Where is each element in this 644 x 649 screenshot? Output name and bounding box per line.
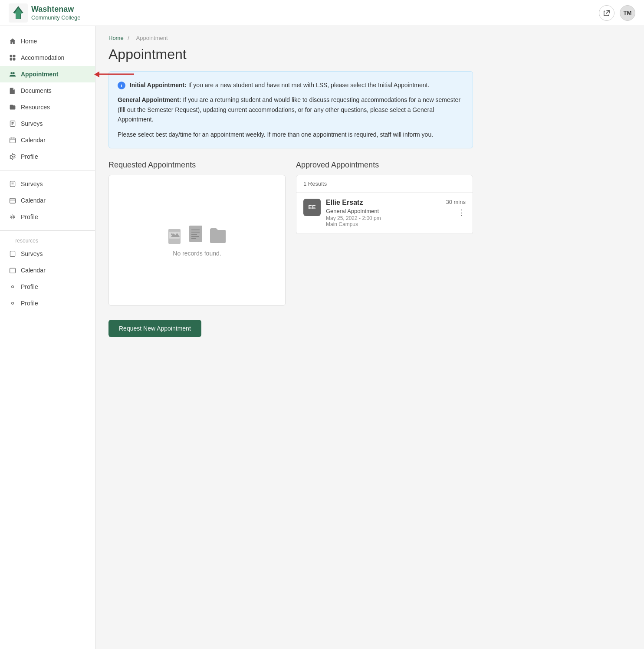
sidebar-divider-2 bbox=[0, 230, 95, 231]
appointment-name: Ellie Ersatz bbox=[326, 199, 440, 206]
home-icon bbox=[9, 37, 16, 45]
sidebar-item-calendar2[interactable]: Calendar bbox=[0, 192, 95, 209]
svg-rect-5 bbox=[10, 58, 13, 61]
approved-appointments-section: Approved Appointments 1 Results EE Ellie… bbox=[296, 161, 473, 306]
text-doc-icon bbox=[188, 224, 207, 245]
resources-icon bbox=[9, 103, 16, 111]
calendar2-icon bbox=[9, 197, 16, 204]
svg-point-28 bbox=[12, 302, 14, 305]
sidebar-item-surveys3[interactable]: Surveys bbox=[0, 246, 95, 262]
sidebar: Home Accommodation Appointment Do bbox=[0, 26, 95, 649]
svg-point-17 bbox=[12, 156, 13, 157]
surveys3-icon bbox=[9, 250, 16, 258]
sidebar-item-profile3[interactable]: Profile bbox=[0, 279, 95, 295]
sidebar-item-calendar[interactable]: Calendar bbox=[0, 132, 95, 148]
appointments-grid: Requested Appointments bbox=[108, 161, 473, 306]
approved-panel: 1 Results EE Ellie Ersatz General Appoin… bbox=[296, 175, 473, 234]
svg-point-27 bbox=[12, 286, 14, 288]
svg-point-24 bbox=[10, 215, 15, 219]
sidebar-label-appointment: Appointment bbox=[21, 71, 58, 78]
info-initial-bold: Initial Appointment: bbox=[130, 82, 187, 88]
info-initial-rest: If you are a new student and have not me… bbox=[188, 82, 430, 88]
page-title: Appointment bbox=[108, 46, 473, 62]
sidebar-item-accommodation[interactable]: Accommodation bbox=[0, 49, 95, 66]
folder-icon bbox=[209, 226, 227, 245]
sidebar-label-profile3: Profile bbox=[21, 283, 38, 290]
sidebar-item-surveys[interactable]: Surveys bbox=[0, 115, 95, 132]
svg-point-7 bbox=[10, 72, 13, 74]
navbar-right: TM bbox=[599, 5, 635, 21]
more-options-button[interactable]: ⋮ bbox=[458, 209, 466, 216]
sidebar-label-resources: Resources bbox=[21, 104, 50, 111]
profile2-gear-icon bbox=[9, 213, 16, 221]
sidebar-label-surveys2: Surveys bbox=[21, 180, 43, 187]
requested-panel: No records found. bbox=[108, 175, 286, 306]
svg-rect-6 bbox=[13, 58, 16, 61]
logo-icon bbox=[9, 3, 28, 23]
sidebar-item-surveys2[interactable]: Surveys bbox=[0, 176, 95, 192]
sidebar-label-calendar: Calendar bbox=[21, 137, 46, 144]
appointment-card: EE Ellie Ersatz General Appointment May … bbox=[296, 193, 473, 234]
svg-rect-25 bbox=[10, 251, 15, 257]
logo-sub: Community College bbox=[31, 14, 80, 21]
sidebar-item-resources[interactable]: Resources bbox=[0, 99, 95, 115]
breadcrumb: Home / Appointment bbox=[108, 35, 473, 41]
image-doc-icon bbox=[168, 226, 187, 245]
sidebar-item-documents[interactable]: Documents bbox=[0, 82, 95, 99]
svg-rect-13 bbox=[10, 138, 16, 143]
requested-appointments-section: Requested Appointments bbox=[108, 161, 286, 306]
sidebar-label-surveys: Surveys bbox=[21, 120, 43, 127]
svg-rect-4 bbox=[13, 55, 16, 58]
svg-rect-26 bbox=[10, 268, 16, 273]
sidebar-label-surveys3: Surveys bbox=[21, 250, 43, 257]
sidebar-item-calendar3[interactable]: Calendar bbox=[0, 262, 95, 279]
appointment-avatar: EE bbox=[303, 199, 321, 216]
sidebar-label-calendar2: Calendar bbox=[21, 197, 46, 204]
breadcrumb-home-link[interactable]: Home bbox=[108, 35, 124, 41]
layout: Home Accommodation Appointment Do bbox=[0, 26, 644, 649]
external-link-button[interactable] bbox=[599, 5, 614, 21]
logo: Washtenaw Community College bbox=[9, 3, 80, 23]
breadcrumb-separator: / bbox=[128, 35, 129, 41]
svg-point-8 bbox=[13, 72, 15, 74]
info-box: i Initial Appointment: If you are a new … bbox=[108, 71, 473, 148]
svg-rect-3 bbox=[10, 55, 13, 58]
appointment-date: May 25, 2022 - 2:00 pm bbox=[326, 215, 440, 221]
info-icon: i bbox=[118, 82, 125, 89]
sidebar-label-calendar3: Calendar bbox=[21, 267, 46, 274]
empty-state-icon bbox=[168, 224, 227, 245]
sidebar-divider-1 bbox=[0, 170, 95, 170]
request-appointment-button[interactable]: Request New Appointment bbox=[108, 320, 201, 337]
info-line-1: i Initial Appointment: If you are a new … bbox=[118, 80, 464, 90]
sidebar-label-profile4: Profile bbox=[21, 300, 38, 307]
info-general-bold: General Appointment: bbox=[118, 96, 181, 103]
surveys-icon bbox=[9, 120, 16, 128]
logo-name: Washtenaw bbox=[31, 5, 80, 14]
sidebar-item-profile[interactable]: Profile bbox=[0, 148, 95, 165]
svg-rect-21 bbox=[10, 198, 16, 203]
sidebar-label-documents: Documents bbox=[21, 87, 52, 94]
requested-title: Requested Appointments bbox=[108, 161, 286, 170]
sidebar-item-appointment[interactable]: Appointment bbox=[0, 66, 95, 82]
sidebar-label-home: Home bbox=[21, 38, 37, 45]
appointment-right: 30 mins ⋮ bbox=[446, 199, 466, 216]
accommodation-icon bbox=[9, 54, 16, 62]
surveys2-icon bbox=[9, 180, 16, 188]
user-avatar-button[interactable]: TM bbox=[620, 5, 635, 21]
main-content: Home / Appointment Appointment i Initial… bbox=[95, 26, 486, 649]
sidebar-item-profile4[interactable]: Profile bbox=[0, 295, 95, 311]
approved-title: Approved Appointments bbox=[296, 161, 473, 170]
profile4-gear-icon bbox=[9, 299, 16, 307]
sidebar-item-home[interactable]: Home bbox=[0, 33, 95, 49]
svg-point-23 bbox=[12, 216, 14, 218]
sidebar-item-profile2[interactable]: Profile bbox=[0, 209, 95, 225]
documents-icon bbox=[9, 87, 16, 95]
breadcrumb-current: Appointment bbox=[136, 35, 168, 41]
info-line-2: General Appointment: If you are a return… bbox=[118, 95, 464, 124]
info-line-3: Please select best day/time for an appoi… bbox=[118, 130, 464, 139]
calendar3-icon bbox=[9, 266, 16, 274]
empty-text: No records found. bbox=[173, 250, 221, 257]
sidebar-label-accommodation: Accommodation bbox=[21, 54, 64, 61]
profile3-gear-icon bbox=[9, 283, 16, 291]
appointment-type: General Appointment bbox=[326, 208, 440, 214]
